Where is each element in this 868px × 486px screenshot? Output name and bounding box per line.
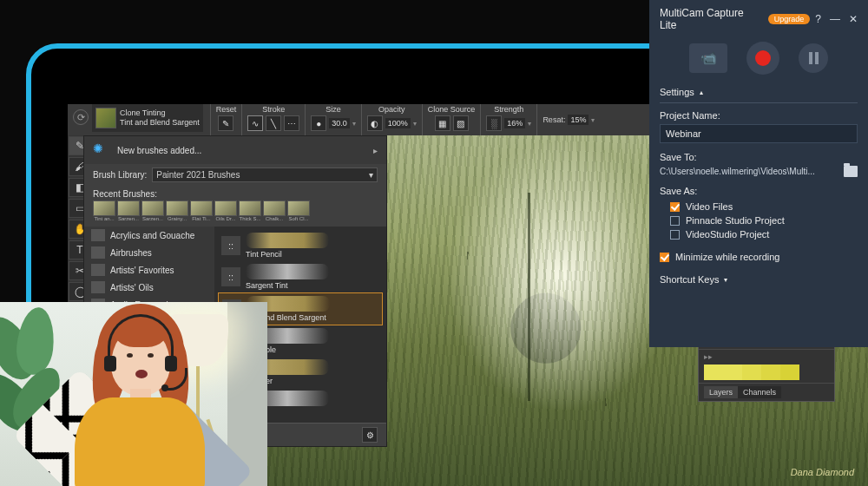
clone-source-a-icon[interactable]: ▦ [435,115,450,131]
save-as-option-label: VideoStudio Project [686,229,769,240]
chevron-down-icon[interactable]: ▾ [591,116,595,124]
recent-brush[interactable]: Sarzen... [141,200,164,221]
minimize-window-icon[interactable]: — [830,13,840,25]
save-to-path: C:\Users\noelle.wilmering\Videos\Multi..… [660,167,837,176]
strength-icon[interactable]: ░ [486,115,502,131]
chevron-down-icon: ▾ [369,170,373,180]
flyout-heading: New brushes added... [117,146,201,155]
stroke-dots-icon[interactable]: ⋯ [284,115,299,131]
brush-category-icon [91,264,105,276]
brush-variant-name: Tint Pencil [246,250,329,259]
recent-brushes-label: Recent Brushes: [93,189,157,199]
tab-channels[interactable]: Channels [738,386,781,398]
record-icon [755,50,771,66]
brush-category[interactable]: Acrylics and Gouache [84,227,214,244]
brush-library-label: Brush Library: [93,170,147,180]
recent-brush[interactable]: Flat Ti... [190,200,213,221]
chevron-down-icon[interactable]: ▾ [352,120,356,128]
harmony-swatch[interactable] [780,364,799,380]
size-icon[interactable]: ● [311,115,326,131]
minimize-label: Minimize while recording [675,252,779,262]
pause-icon-bar [815,52,819,64]
stroke-freehand-icon[interactable]: ∿ [247,115,263,131]
gear-sparkle-icon: ✺ [93,141,110,159]
presenter [62,311,219,486]
reset-icon[interactable]: ✎ [218,115,233,131]
chevron-down-icon[interactable]: ▾ [528,120,531,128]
harmony-swatches[interactable] [704,364,829,380]
multicam-capture-panel: MultiCam Capture Lite Upgrade ? — ✕ 📹 Se… [649,0,868,347]
recent-brush[interactable]: Chalk... [263,200,286,221]
save-as-option[interactable]: Video Files [660,200,858,213]
close-window-icon[interactable]: ✕ [849,13,858,25]
swatch-nav-icon[interactable]: ▸▸ [704,352,713,361]
save-as-option[interactable]: Pinnacle Studio Project [660,213,858,227]
recent-brush[interactable]: Sarzen... [117,200,140,221]
chevron-down-icon[interactable]: ▾ [413,120,417,128]
harmony-swatch[interactable] [704,364,723,380]
save-as-option[interactable]: VideoStudio Project [660,227,858,241]
brush-variant[interactable]: ::Tint Pencil [218,230,383,261]
opacity-icon[interactable]: ◐ [367,115,383,131]
save-to-label: Save To: [660,152,858,162]
compat-settings-icon[interactable]: ⚙ [362,427,378,443]
chevron-down-icon[interactable]: ▾ [724,276,727,284]
opacity-value[interactable]: 100% [385,118,411,128]
brush-variant-name: Sargent Tint [246,281,329,290]
recent-brush[interactable]: Tint an... [93,200,115,221]
brush-category[interactable]: Artists' Favorites [84,261,214,279]
brush-category[interactable]: Airbrushes [84,244,214,261]
checkbox[interactable] [670,216,680,226]
clone-source-b-icon[interactable]: ▨ [453,115,469,131]
minimize-checkbox[interactable] [660,253,669,262]
opt-opacity-label: Opacity [378,104,405,115]
save-as-option-label: Video Files [686,201,733,212]
harmony-swatch[interactable] [742,364,761,380]
opt-clone-source-label: Clone Source [428,104,476,115]
checkbox[interactable] [670,230,680,240]
recent-brush[interactable]: Grainy... [166,200,188,221]
opt-reset-label: Reset [216,104,237,115]
recent-brush[interactable]: Soft Cl... [287,200,310,221]
help-icon[interactable]: ? [815,13,821,25]
brush-library-select[interactable]: Painter 2021 Brushes ▾ [152,167,378,182]
artist-signature: Dana Diamond [791,467,854,477]
browse-folder-icon[interactable] [844,166,858,177]
brush-category-icon [91,246,105,259]
tab-layers[interactable]: Layers [704,386,738,398]
chevron-up-icon[interactable]: ▴ [700,89,703,96]
record-button[interactable] [746,42,779,75]
recent-brushes-strip: Tint an...Sarzen...Sarzen...Grainy...Fla… [84,199,386,227]
recent-brush[interactable]: Oils Dr... [214,200,237,221]
current-brush-chip[interactable]: Clone Tinting Tint and Blend Sargent [92,104,203,132]
strength-value[interactable]: 16% [504,118,525,128]
brush-variant[interactable]: ::Sargent Tint [218,261,383,292]
settings-section-label[interactable]: Settings [660,87,694,97]
brush-category[interactable]: Artists' Oils [84,279,214,296]
brush-thumb-icon: :: [221,267,240,286]
resat-value[interactable]: 15% [568,115,589,125]
brush-category-icon [91,229,105,241]
size-value[interactable]: 30.0 [329,118,350,128]
app-title: MultiCam Capture Lite [660,7,763,31]
opt-stroke-label: Stroke [262,104,285,115]
shortcut-keys-label[interactable]: Shortcut Keys [660,274,719,285]
refresh-icon[interactable]: ⟳ [73,109,89,125]
brush-chip-sub: Tint and Blend Sargent [120,118,200,128]
project-name-input[interactable] [660,124,858,143]
opt-strength-label: Strength [494,104,523,115]
harmony-swatch[interactable] [761,364,780,380]
pause-button[interactable] [799,43,828,73]
opt-resat-label: Resat: [542,115,565,125]
arrow-right-icon[interactable]: ▸ [373,146,378,155]
harmony-swatch[interactable] [723,364,742,380]
brush-thumb-icon [95,108,116,128]
stroke-line-icon[interactable]: ╲ [266,115,281,131]
divider [660,102,858,103]
recent-brush[interactable]: Thick S... [239,200,261,221]
upgrade-button[interactable]: Upgrade [768,14,811,24]
pause-icon-bar [809,52,812,64]
source-camera-button[interactable]: 📹 [689,43,727,73]
checkbox[interactable] [670,202,680,212]
webcam-preview [0,302,267,486]
